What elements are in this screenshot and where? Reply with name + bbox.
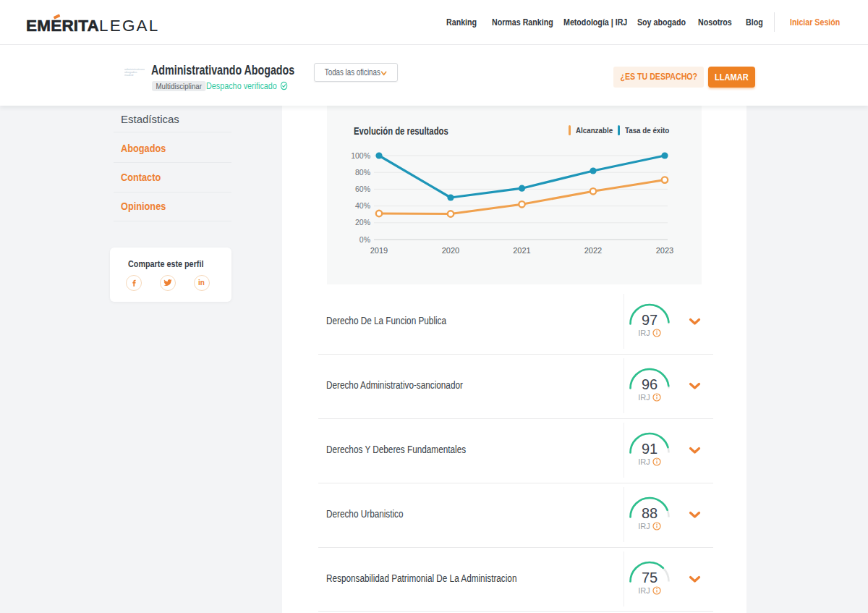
svg-text:2023: 2023 <box>656 246 673 255</box>
svg-text:2020: 2020 <box>442 246 459 255</box>
svg-text:60%: 60% <box>355 185 370 193</box>
svg-text:80%: 80% <box>355 168 370 177</box>
svg-text:2019: 2019 <box>370 246 388 255</box>
svg-text:2022: 2022 <box>584 246 602 255</box>
svg-text:100%: 100% <box>351 151 370 160</box>
svg-text:0%: 0% <box>359 235 370 244</box>
svg-text:20%: 20% <box>355 218 370 227</box>
svg-text:40%: 40% <box>355 201 370 210</box>
svg-text:2021: 2021 <box>513 246 530 255</box>
